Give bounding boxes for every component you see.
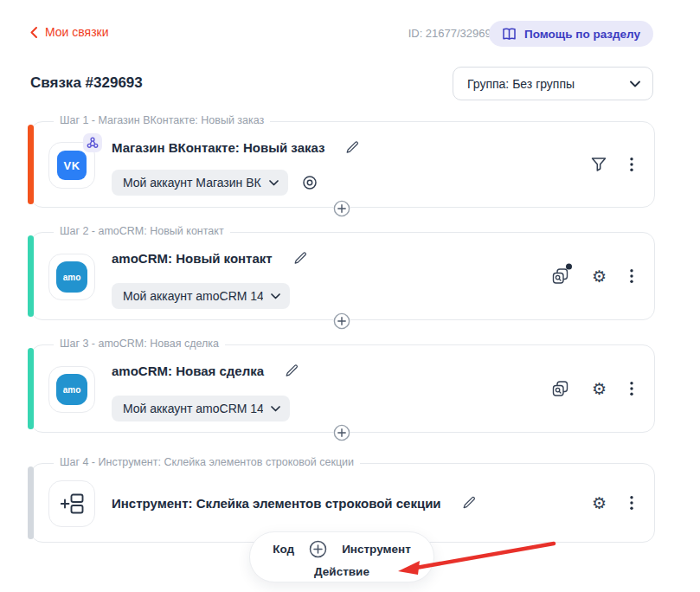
add-step-plus-button[interactable] [309,540,327,558]
step-accent-bar [28,125,34,204]
chevron-left-icon [30,27,37,38]
account-select[interactable]: Мой аккаунт amoCRM 14 [112,396,290,421]
help-label: Помощь по разделу [524,28,640,41]
step-legend: Шаг 3 - amoCRM: Новая сделка [54,338,225,350]
step-settings-button[interactable]: ⚙ [592,495,607,512]
step-accent-bar [28,467,34,539]
add-step-between-button[interactable] [333,424,350,441]
amocrm-app-icon: amo [48,366,95,413]
webhook-icon [87,137,99,149]
search-copies-icon [552,268,568,285]
account-select-value: Мой аккаунт amoCRM 14 [123,402,263,415]
kebab-menu-icon [630,269,633,284]
plus-circle-icon [333,424,350,441]
chevron-down-icon [271,293,280,299]
step-settings-button[interactable]: ⚙ [592,381,607,397]
link-builder-page: Мои связки ID: 21677/329693 Помощь по ра… [0,0,700,592]
red-arrow-annotation [394,533,562,581]
preview-data-button[interactable] [301,174,318,191]
step-menu-button[interactable] [630,382,633,396]
add-step-between-button[interactable] [333,200,350,217]
step-menu-button[interactable] [630,496,633,511]
group-select[interactable]: Группа: Без группы [453,67,653,100]
edit-step-button[interactable] [293,251,308,266]
amocrm-logo: amo [56,261,87,293]
page-title: Связка #329693 [30,74,143,92]
search-copies-icon [552,381,568,397]
add-code-option[interactable]: Код [273,543,294,556]
back-to-links-button[interactable]: Мои связки [30,25,109,39]
filter-button[interactable] [591,158,607,172]
step-menu-button[interactable] [630,269,633,284]
help-section-button[interactable]: Помощь по разделу [489,21,653,47]
step-card-3: Шаг 3 - amoCRM: Новая сделка amo amoCRM:… [30,344,655,433]
filter-icon [591,158,607,172]
vk-logo: VK [57,151,87,180]
find-duplicates-button[interactable] [552,381,568,397]
tool-app-icon [48,480,95,527]
kebab-menu-icon [630,158,633,172]
step-legend: Шаг 2 - amoCRM: Новый контакт [54,225,230,237]
chevron-down-icon [271,406,280,412]
back-label: Мои связки [45,25,109,39]
kebab-menu-icon [630,496,633,511]
step-card-2: Шаг 2 - amoCRM: Новый контакт amo amoCRM… [30,232,655,320]
account-select[interactable]: Мой аккаунт Магазин ВК [112,170,288,196]
step-card-1: Шаг 1 - Магазин ВКонтакте: Новый заказ V… [30,121,655,208]
gear-icon: ⚙ [592,268,607,285]
link-id-label: ID: 21677/329693 [408,27,498,40]
book-icon [502,28,517,41]
pencil-icon [285,364,299,378]
step-legend: Шаг 4 - Инструмент: Склейка элементов ст… [54,456,360,468]
account-select-value: Мой аккаунт Магазин ВК [123,176,261,190]
amocrm-logo: amo [56,374,87,405]
chevron-down-icon [630,80,640,87]
find-duplicates-button[interactable] [552,268,568,285]
account-select[interactable]: Мой аккаунт amoCRM 14 [112,283,290,309]
add-step-between-button[interactable] [333,312,350,330]
add-action-option[interactable]: Действие [314,565,369,578]
pencil-icon [462,496,477,511]
step-accent-bar [28,235,34,317]
eye-icon [301,174,318,191]
plus-circle-icon [309,540,327,558]
pencil-icon [293,251,308,266]
notification-dot [566,264,572,270]
chevron-down-icon [269,180,279,186]
edit-step-button[interactable] [285,364,299,378]
edit-step-button[interactable] [462,496,477,511]
step-title: Магазин ВКонтакте: Новый заказ [112,140,324,155]
plus-circle-icon [333,312,350,330]
gear-icon: ⚙ [592,381,607,397]
kebab-menu-icon [630,382,633,396]
step-menu-button[interactable] [630,158,633,172]
vk-app-icon: VK [48,142,95,189]
step-title: amoCRM: Новый контакт [112,251,273,266]
pencil-icon [345,140,360,155]
plus-circle-icon [333,200,350,217]
step-legend: Шаг 1 - Магазин ВКонтакте: Новый заказ [54,114,270,126]
merge-tool-icon [61,493,84,514]
step-accent-bar [28,348,34,429]
account-select-value: Мой аккаунт amoCRM 14 [123,289,263,303]
amocrm-app-icon: amo [48,254,95,300]
gear-icon: ⚙ [592,495,607,512]
step-settings-button[interactable]: ⚙ [592,268,607,285]
edit-step-button[interactable] [345,140,360,155]
step-title: Инструмент: Склейка элементов строковой … [112,496,441,511]
step-title: amoCRM: Новая сделка [112,364,264,378]
group-select-value: Группа: Без группы [467,77,630,91]
integration-badge [83,133,102,152]
